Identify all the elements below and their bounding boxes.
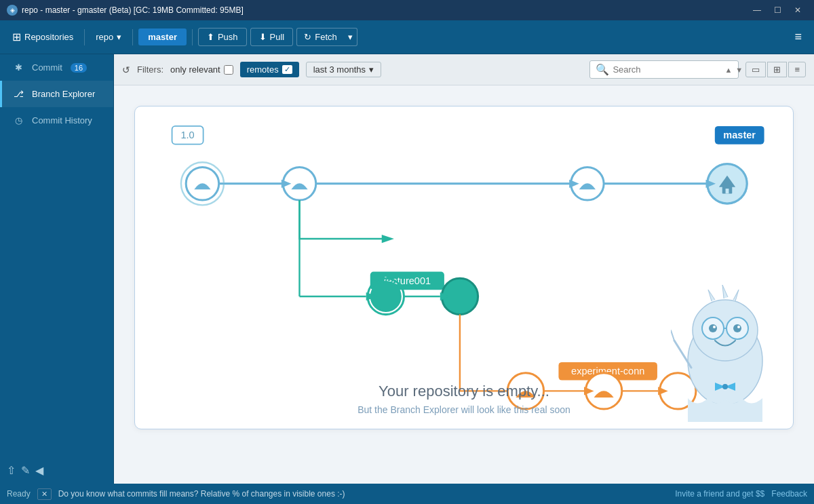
maximize-button[interactable]: ☐	[768, 3, 787, 18]
diagram-container: 1.0 master	[134, 106, 794, 429]
svg-point-48	[709, 324, 717, 332]
status-close-button[interactable]: ✕	[37, 488, 52, 500]
status-message: Do you know what commits fill means? Rel…	[58, 489, 669, 499]
last3months-arrow-icon: ▾	[369, 64, 374, 75]
svg-rect-17	[726, 189, 729, 193]
svg-point-51	[737, 326, 740, 328]
separator	[84, 29, 85, 45]
nav-down-button[interactable]: ▼	[735, 66, 743, 74]
repo-arrow-icon: ▾	[117, 32, 121, 42]
search-input[interactable]	[613, 64, 721, 75]
sidebar-item-commit[interactable]: ✱ Commit 16	[0, 54, 113, 81]
feedback-link[interactable]: Feedback	[771, 489, 807, 499]
toolbar: ⊞ Repositories repo ▾ master ⬆ Push ⬇ Pu…	[0, 20, 814, 54]
branch-button[interactable]: master	[138, 28, 187, 45]
commit-label: Commit	[32, 62, 62, 73]
only-relevant-checkbox[interactable]	[224, 65, 233, 75]
commit-history-label: Commit History	[32, 115, 92, 125]
separator3	[192, 29, 193, 45]
branch-area: SOFTPEDIA 1.0 master	[114, 85, 814, 484]
menu-button[interactable]: ≡	[789, 27, 807, 47]
svg-marker-22	[382, 235, 394, 243]
push-up-icon: ⬆	[207, 32, 214, 42]
single-view-button[interactable]: ▭	[745, 62, 766, 77]
diagram-box: 1.0 master	[134, 106, 794, 429]
svg-line-56	[671, 330, 674, 341]
sidebar-item-commit-history[interactable]: ◷ Commit History	[0, 107, 113, 134]
collapse-button[interactable]: ◀	[35, 464, 43, 477]
invite-link[interactable]: Invite a friend and get $$	[675, 489, 764, 499]
repo-selector[interactable]: repo ▾	[90, 29, 127, 45]
double-view-button[interactable]: ⊞	[767, 62, 787, 77]
refresh-button[interactable]: ↺	[122, 64, 130, 75]
minimize-button[interactable]: —	[748, 3, 767, 18]
close-button[interactable]: ✕	[788, 3, 807, 18]
repo-grid-icon: ⊞	[12, 31, 21, 43]
fetch-dropdown[interactable]: ▾	[344, 28, 357, 46]
app-icon: ◈	[7, 5, 18, 16]
refresh-icon: ↺	[122, 64, 130, 75]
remotes-label: remotes	[247, 64, 279, 75]
push-button[interactable]: ⬆ Push	[198, 28, 247, 46]
edit-button[interactable]: ✎	[21, 464, 30, 477]
diagram-inner: 1.0 master	[135, 106, 793, 429]
last3months-filter-button[interactable]: last 3 months ▾	[306, 62, 381, 77]
repositories-label: Repositories	[24, 32, 73, 42]
commit-icon: ✱	[12, 62, 25, 73]
push-out-button[interactable]: ⇧	[7, 464, 16, 477]
title-bar: ◈ repo - master - gmaster (Beta) [GC: 19…	[0, 0, 814, 20]
sidebar: ✱ Commit 16 ⎇ Branch Explorer ◷ Commit H…	[0, 54, 114, 484]
sidebar-bottom: ⇧ ✎ ◀	[0, 457, 113, 484]
separator2	[132, 29, 133, 45]
pull-down-icon: ⬇	[259, 32, 267, 42]
only-relevant-group: only relevant	[170, 64, 233, 75]
last3months-label: last 3 months	[313, 64, 366, 75]
search-icon: 🔍	[596, 63, 609, 76]
pull-button[interactable]: ⬇ Pull	[250, 28, 294, 46]
filter-bar: ↺ Filters: only relevant remotes ✓ last …	[114, 54, 814, 85]
empty-subtitle: But the Branch Explorer will look like t…	[357, 404, 570, 415]
mascot	[671, 273, 779, 422]
fetch-button[interactable]: ↻ Fetch	[296, 28, 344, 46]
svg-point-49	[733, 324, 741, 332]
fetch-icon: ↻	[304, 32, 311, 42]
commit-badge: 16	[71, 63, 87, 73]
svg-point-50	[713, 326, 716, 328]
view-toggle: ▭ ⊞ ≡	[745, 62, 806, 77]
content-area: ↺ Filters: only relevant remotes ✓ last …	[114, 54, 814, 484]
repositories-button[interactable]: ⊞ Repositories	[7, 28, 79, 46]
remotes-check-icon: ✓	[282, 65, 292, 74]
branch-explorer-icon: ⎇	[12, 89, 25, 99]
empty-state: Your repository is empty... But the Bran…	[357, 383, 570, 415]
title-text: repo - master - gmaster (Beta) [GC: 19MB…	[22, 5, 244, 15]
nav-up-button[interactable]: ▲	[724, 66, 732, 74]
repo-label: repo	[96, 32, 113, 42]
branch-explorer-label: Branch Explorer	[32, 89, 95, 99]
empty-title: Your repository is empty...	[357, 383, 570, 400]
main-layout: ✱ Commit 16 ⎇ Branch Explorer ◷ Commit H…	[0, 54, 814, 484]
status-ready: Ready	[7, 489, 31, 499]
status-bar: Ready ✕ Do you know what commits fill me…	[0, 484, 814, 504]
commit-history-icon: ◷	[12, 115, 25, 125]
filters-label: Filters:	[137, 64, 163, 75]
only-relevant-label: only relevant	[170, 64, 220, 75]
search-box: 🔍 ▲ ▼	[589, 60, 739, 79]
list-view-button[interactable]: ≡	[788, 62, 806, 77]
svg-text:master: master	[723, 130, 756, 140]
sidebar-item-branch-explorer[interactable]: ⎇ Branch Explorer	[0, 81, 113, 107]
svg-point-54	[722, 384, 728, 389]
svg-text:1.0: 1.0	[180, 130, 194, 140]
fetch-arrow-icon: ▾	[348, 32, 353, 42]
remotes-filter-button[interactable]: remotes ✓	[240, 62, 299, 77]
